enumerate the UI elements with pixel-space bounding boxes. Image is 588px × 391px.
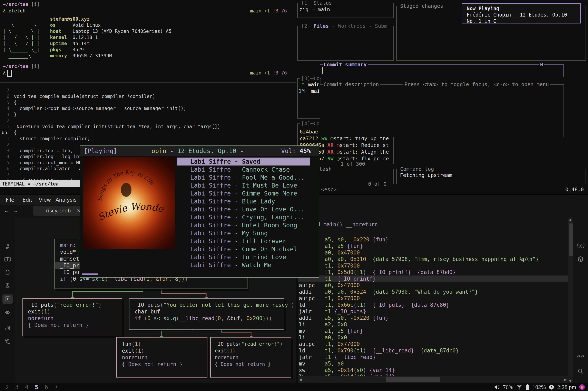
workspace-4[interactable]: 4 bbox=[24, 384, 30, 391]
scroll-left-icon[interactable]: ◀ bbox=[299, 378, 302, 382]
sidebar-divider bbox=[3, 319, 12, 319]
git-files-panel[interactable]: [2]─Files - Worktrees - Subm bbox=[297, 26, 394, 61]
playlist-row[interactable]: Labi Siffre - Till Forever bbox=[177, 237, 310, 245]
strings-icon[interactable]: ”” bbox=[573, 354, 588, 362]
swap-view-icon[interactable] bbox=[0, 338, 15, 346]
graph-layout-icon[interactable] bbox=[0, 325, 15, 332]
tab-riscy-bndb[interactable]: riscy.bndb✕ bbox=[33, 206, 84, 216]
pfetch-art: _______ bbox=[3, 16, 34, 22]
workspace-3[interactable]: 3 bbox=[14, 384, 20, 391]
nav-back-icon[interactable]: ← bbox=[5, 207, 8, 214]
git-status-segment-2: main +1 !3 ?6 bbox=[250, 70, 287, 76]
commit-description-title: Commit description bbox=[323, 81, 380, 88]
layers-icon[interactable] bbox=[573, 256, 588, 264]
branch-row[interactable]: 1M main bbox=[299, 88, 319, 95]
commit-description-hint: Press <tab> to toggle focus, <c-o> to op… bbox=[403, 81, 550, 88]
graph-node-riscy[interactable]: _IO_puts("You better not let this get mo… bbox=[129, 298, 284, 330]
prompt-line-1: ~/src/tea [i] bbox=[3, 1, 40, 7]
editor-current-line: 65{ bbox=[0, 129, 296, 135]
workspace-7[interactable]: 7 bbox=[53, 384, 59, 391]
right-icon-sidebar: (x) ”” bbox=[573, 217, 588, 383]
xrefs-icon[interactable]: # bbox=[0, 243, 15, 250]
tag-icon[interactable] bbox=[0, 270, 15, 277]
playlist-row[interactable]: Labi Siffre - Come On Michael bbox=[177, 245, 310, 253]
playlist-row[interactable]: Labi Siffre - Cannock Chase bbox=[177, 166, 310, 174]
playlist-row[interactable]: Labi Siffre - To Find Love bbox=[177, 253, 310, 261]
player-track-title: opin - 12 Etudes, Op.10 - bbox=[151, 147, 247, 155]
volume-level: 76% bbox=[503, 384, 513, 391]
horizontal-scrollbar[interactable]: ◀ ▶ bbox=[298, 376, 568, 383]
graph-node-read-error-left[interactable]: _IO_puts("read error!") exit(1) noreturn… bbox=[22, 298, 122, 336]
git-status-segment: main +1 !3 ?6 bbox=[250, 8, 287, 14]
terminal-cursor bbox=[7, 70, 12, 77]
graph-node-fun[interactable]: fun(1) exit(1) noreturn { Does not retur… bbox=[116, 337, 207, 378]
commit-description-box[interactable]: Commit description Press <tab> to toggle… bbox=[320, 84, 564, 137]
menu-edit[interactable]: Edit bbox=[22, 197, 32, 203]
flame-tray-icon[interactable] bbox=[579, 384, 585, 390]
battery-level: 102% bbox=[532, 384, 546, 391]
menu-analysis[interactable]: Analysis bbox=[56, 197, 77, 203]
album-art: Songs In The Key of Life Stevie Wonder bbox=[83, 157, 175, 249]
commit-summary-count: 0 bbox=[539, 61, 544, 68]
playlist-row-selected[interactable]: Labi Siffre - Saved bbox=[177, 158, 310, 166]
playlist-row[interactable]: Labi Siffre - Fool Me a Good... bbox=[177, 174, 310, 182]
notification-line1: Frédéric Chopin - 12 Etudes, Op.10 - bbox=[462, 12, 580, 18]
git-branches-panel[interactable]: [3]─Local branches * main 1M main bbox=[297, 78, 321, 118]
hscroll-thumb[interactable] bbox=[386, 377, 440, 382]
battery-icon[interactable] bbox=[526, 384, 530, 390]
now-playing-notification[interactable]: Now Playing Frédéric Chopin - 12 Etudes,… bbox=[462, 3, 581, 23]
workspace-6[interactable]: 6 bbox=[43, 384, 49, 391]
workspace-5-active[interactable]: 5 bbox=[33, 384, 40, 391]
command-log-title: Command log bbox=[399, 166, 435, 173]
playlist-row[interactable]: Labi Siffre - Love Oh Love O... bbox=[177, 205, 310, 213]
vscroll-thumb[interactable] bbox=[569, 223, 573, 256]
debugger-icon[interactable] bbox=[0, 309, 15, 316]
branch-row[interactable]: * main bbox=[299, 81, 319, 88]
playlist-row[interactable]: Labi Siffre - Watch Me bbox=[177, 261, 310, 269]
location-icon[interactable] bbox=[0, 283, 15, 290]
status-bar: 2 3 4 5 6 7 76% 102% 2:28 pm bbox=[0, 383, 588, 391]
git-status-panel[interactable]: [1]─Status zig → main bbox=[297, 3, 394, 18]
prompt-symbol: λ bbox=[3, 8, 6, 13]
search-icon[interactable] bbox=[573, 368, 588, 375]
scroll-down-icon[interactable]: ▼ bbox=[569, 379, 572, 383]
git-tui-window: [1]─Status zig → main Staged changes [2]… bbox=[296, 0, 588, 194]
pane-divider bbox=[0, 83, 296, 83]
command-text: pfetch bbox=[8, 8, 25, 13]
command-log-content: Fetching upstream bbox=[400, 172, 452, 179]
scroll-right-icon[interactable]: ▶ bbox=[564, 378, 567, 382]
wifi-icon[interactable] bbox=[516, 385, 523, 390]
command-line: λ pfetch bbox=[3, 8, 25, 14]
prompt-line-2: ~/src/tea [i] bbox=[3, 63, 40, 69]
esc-hint: <esc> bbox=[321, 186, 337, 193]
vertical-scrollbar[interactable]: ▲ ▼ bbox=[568, 217, 573, 383]
git-files-title: [2]─Files - Worktrees - Subm bbox=[300, 23, 388, 29]
playlist-row[interactable]: Labi Siffre - Gimme Some More bbox=[177, 189, 310, 197]
playlist-row[interactable]: Labi Siffre - My Song bbox=[177, 229, 310, 237]
playlist-row[interactable]: Labi Siffre - It Must Be Love bbox=[177, 182, 310, 189]
variables-icon[interactable]: (x) bbox=[573, 243, 588, 249]
commit-summary-cursor[interactable] bbox=[322, 67, 326, 74]
pfetch-user-host: stefan@s00.xyz bbox=[50, 16, 90, 22]
menu-view[interactable]: View bbox=[39, 197, 51, 203]
nav-forward-icon[interactable]: → bbox=[13, 207, 17, 214]
menu-file[interactable]: File bbox=[6, 197, 14, 203]
staged-changes-title: Staged changes bbox=[399, 3, 444, 9]
git-branches-title: [3]─Local branches bbox=[300, 75, 320, 82]
gitui-version: 0.48.0 bbox=[565, 186, 584, 193]
graph-node-read-error-right[interactable]: _IO_puts("read error!") exit(1) noreturn… bbox=[210, 337, 291, 378]
types-icon[interactable]: {T} bbox=[0, 257, 15, 262]
clock-icon[interactable] bbox=[549, 384, 554, 390]
text-view-icon[interactable] bbox=[0, 296, 15, 303]
volume-icon[interactable] bbox=[494, 385, 500, 390]
notification-title: Now Playing bbox=[462, 4, 580, 12]
playlist-row[interactable]: Labi Siffre - Blue Lady bbox=[177, 197, 310, 205]
playlist-row[interactable]: Labi Siffre - Hotel Room Song bbox=[177, 221, 310, 229]
scroll-up-icon[interactable]: ▲ bbox=[569, 218, 572, 222]
playlist-row[interactable]: Labi Siffre - Crying, Laughi... bbox=[177, 213, 310, 221]
player-progress-bar[interactable] bbox=[82, 274, 98, 275]
command-log-panel[interactable]: Command log Fetching upstream bbox=[396, 169, 586, 184]
commit-summary-title: Commit summary bbox=[323, 61, 368, 68]
workspace-2[interactable]: 2 bbox=[4, 384, 10, 391]
commit-summary-box[interactable]: Commit summary 0 bbox=[320, 65, 564, 77]
